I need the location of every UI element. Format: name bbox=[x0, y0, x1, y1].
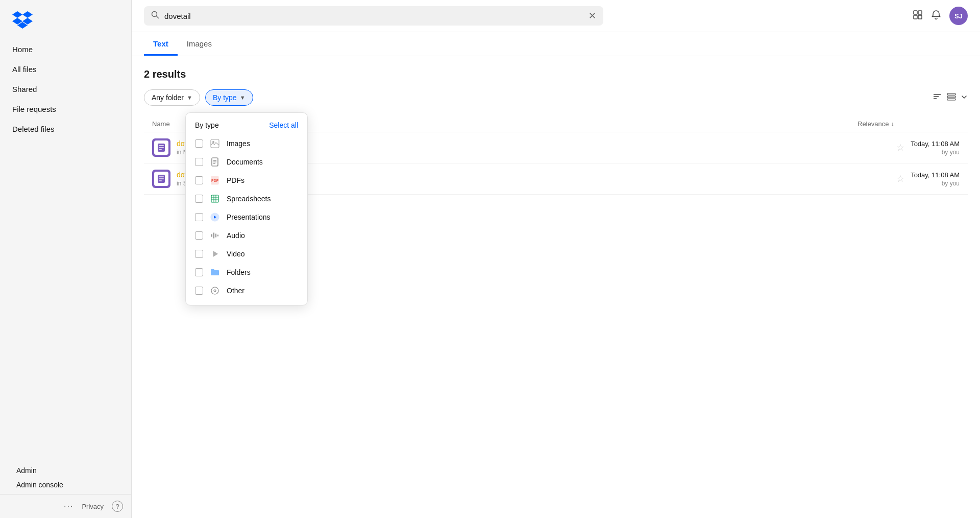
file-by: by you bbox=[942, 180, 960, 187]
dropdown-item-video[interactable]: Video bbox=[186, 245, 307, 263]
checkbox-images[interactable] bbox=[195, 139, 203, 148]
dropdown-items: Images Documents PDF PDFs Spreadsheets P… bbox=[186, 134, 307, 300]
sidebar-item-file-requests[interactable]: File requests bbox=[4, 100, 127, 119]
help-icon[interactable]: ? bbox=[112, 501, 123, 512]
results-count: 2 results bbox=[144, 68, 968, 80]
dropdown-item-images[interactable]: Images bbox=[186, 134, 307, 153]
clear-search-icon[interactable]: ✕ bbox=[589, 10, 596, 21]
svg-rect-10 bbox=[947, 96, 955, 98]
file-date: Today, 11:08 AM bbox=[911, 171, 960, 179]
folder-filter-chevron-icon: ▼ bbox=[187, 95, 192, 101]
dropdown-header: By type Select all bbox=[186, 118, 307, 134]
type-label-audio: Audio bbox=[227, 231, 298, 240]
file-date: Today, 11:08 AM bbox=[911, 140, 960, 148]
sidebar-admin-console-item[interactable]: Admin console bbox=[4, 478, 127, 492]
folder-filter-label: Any folder bbox=[152, 93, 184, 102]
file-thumbnail bbox=[152, 138, 170, 157]
grid-icon[interactable] bbox=[913, 10, 923, 22]
notifications-icon[interactable] bbox=[931, 10, 941, 22]
type-icon-spreadsheets bbox=[209, 194, 220, 203]
dropbox-logo[interactable] bbox=[0, 0, 131, 40]
checkbox-spreadsheets[interactable] bbox=[195, 195, 203, 203]
dropdown-item-pdfs[interactable]: PDF PDFs bbox=[186, 171, 307, 190]
dropdown-item-spreadsheets[interactable]: Spreadsheets bbox=[186, 190, 307, 208]
svg-text:PDF: PDF bbox=[211, 179, 219, 182]
svg-point-36 bbox=[214, 290, 216, 292]
star-icon[interactable]: ☆ bbox=[896, 142, 904, 153]
svg-rect-15 bbox=[159, 149, 162, 150]
tab-images[interactable]: Images bbox=[178, 32, 221, 56]
dropdown-item-documents[interactable]: Documents bbox=[186, 153, 307, 171]
svg-point-35 bbox=[211, 287, 218, 294]
type-icon-audio bbox=[209, 231, 220, 240]
sidebar-item-all-files[interactable]: All files bbox=[4, 60, 127, 79]
sidebar-item-label: Home bbox=[12, 45, 33, 54]
privacy-link[interactable]: Privacy bbox=[82, 503, 104, 510]
tab-text[interactable]: Text bbox=[144, 32, 178, 56]
sidebar-item-label: All files bbox=[12, 65, 37, 74]
type-label-documents: Documents bbox=[227, 158, 298, 166]
sort-arrow-icon[interactable]: ↓ bbox=[891, 121, 894, 128]
svg-rect-3 bbox=[918, 11, 922, 14]
type-label-folders: Folders bbox=[227, 268, 298, 276]
topbar-actions: SJ bbox=[913, 7, 968, 25]
sidebar-item-label: Deleted files bbox=[12, 125, 55, 133]
layout-icon[interactable] bbox=[946, 91, 957, 104]
type-label-video: Video bbox=[227, 250, 298, 258]
filter-bar: Any folder ▼ By type ▼ bbox=[144, 89, 968, 106]
svg-point-21 bbox=[212, 141, 214, 143]
svg-rect-5 bbox=[918, 15, 922, 19]
file-by: by you bbox=[942, 149, 960, 156]
sidebar-item-deleted-files[interactable]: Deleted files bbox=[4, 120, 127, 138]
type-icon-other bbox=[209, 286, 220, 295]
search-icon bbox=[151, 11, 159, 21]
star-icon[interactable]: ☆ bbox=[896, 173, 904, 184]
type-filter-button[interactable]: By type ▼ bbox=[205, 89, 253, 106]
checkbox-video[interactable] bbox=[195, 250, 203, 258]
sidebar-item-label: Shared bbox=[12, 85, 37, 93]
sidebar-nav: Home All files Shared File requests Dele… bbox=[0, 40, 131, 455]
type-label-presentations: Presentations bbox=[227, 213, 298, 221]
type-icon-presentations bbox=[209, 213, 220, 222]
svg-rect-4 bbox=[914, 15, 917, 19]
dropdown-item-other[interactable]: Other bbox=[186, 281, 307, 300]
dropdown-item-folders[interactable]: Folders bbox=[186, 263, 307, 281]
dropdown-title: By type bbox=[195, 121, 219, 129]
dropdown-item-audio[interactable]: Audio bbox=[186, 226, 307, 245]
type-icon-folders bbox=[209, 268, 220, 277]
file-thumbnail bbox=[152, 170, 170, 188]
svg-rect-18 bbox=[159, 178, 164, 179]
sidebar-item-shared[interactable]: Shared bbox=[4, 80, 127, 99]
type-filter-label: By type bbox=[213, 93, 237, 102]
dropdown-item-presentations[interactable]: Presentations bbox=[186, 208, 307, 226]
search-input[interactable] bbox=[164, 12, 583, 20]
svg-rect-9 bbox=[947, 93, 955, 95]
svg-rect-13 bbox=[159, 145, 164, 146]
sidebar-footer: ··· Privacy ? bbox=[0, 494, 131, 518]
svg-rect-19 bbox=[159, 180, 162, 181]
main-content: ✕ SJ Text Images 2 results Any folder ▼ … bbox=[132, 0, 980, 518]
sidebar: Home All files Shared File requests Dele… bbox=[0, 0, 132, 518]
sidebar-item-label: File requests bbox=[12, 105, 56, 113]
checkbox-pdfs[interactable] bbox=[195, 176, 203, 184]
type-label-images: Images bbox=[227, 139, 298, 148]
select-all-button[interactable]: Select all bbox=[269, 121, 298, 129]
checkbox-folders[interactable] bbox=[195, 268, 203, 276]
avatar[interactable]: SJ bbox=[949, 7, 968, 25]
col-relevance-header: Relevance ↓ bbox=[857, 120, 960, 128]
checkbox-presentations[interactable] bbox=[195, 213, 203, 221]
chevron-down-icon[interactable] bbox=[961, 92, 968, 103]
type-label-pdfs: PDFs bbox=[227, 176, 298, 184]
folder-filter-button[interactable]: Any folder ▼ bbox=[144, 89, 200, 106]
svg-rect-28 bbox=[211, 195, 218, 202]
checkbox-audio[interactable] bbox=[195, 231, 203, 240]
sidebar-item-home[interactable]: Home bbox=[4, 40, 127, 59]
checkbox-documents[interactable] bbox=[195, 158, 203, 166]
sidebar-admin-item[interactable]: Admin bbox=[4, 463, 127, 478]
topbar: ✕ SJ bbox=[132, 0, 980, 32]
sort-icon[interactable] bbox=[932, 91, 942, 104]
tabs: Text Images bbox=[132, 32, 980, 56]
checkbox-other[interactable] bbox=[195, 287, 203, 295]
svg-rect-2 bbox=[914, 11, 917, 14]
more-options-icon[interactable]: ··· bbox=[64, 502, 74, 511]
